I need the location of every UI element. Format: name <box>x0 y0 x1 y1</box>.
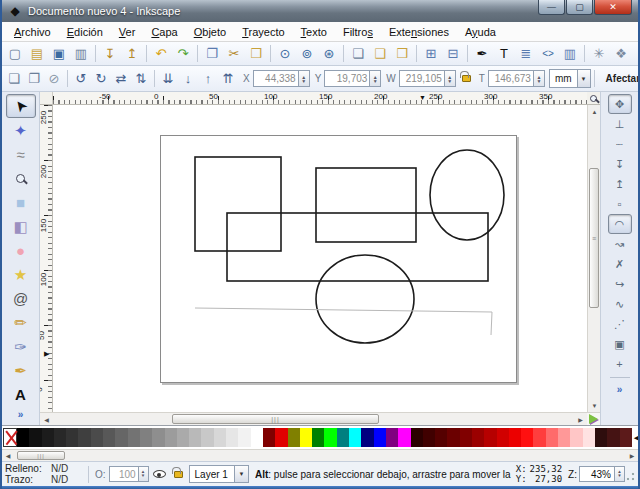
lower-one-step-button[interactable]: ↓ <box>178 69 198 89</box>
width-spinner[interactable]: ▲▼ <box>445 70 456 87</box>
square-shape[interactable] <box>195 157 281 251</box>
canvas-viewport[interactable] <box>53 105 587 412</box>
unlink-clone-button[interactable]: ❒ <box>391 44 413 64</box>
titlebar[interactable]: ◆ Documento nuevo 4 - Inkscape — ▢ ✕ <box>2 0 638 22</box>
color-swatch[interactable] <box>411 428 423 447</box>
flip-horizontal-button[interactable]: ⇄ <box>111 69 131 89</box>
scroll-down-icon[interactable]: ▼ <box>588 399 601 412</box>
menu-archivo[interactable]: Archivo <box>6 24 59 40</box>
color-swatch[interactable] <box>595 428 607 447</box>
snap-bbox-centers-button[interactable]: ▫ <box>608 194 632 214</box>
color-swatch[interactable] <box>583 428 595 447</box>
palette-scroll-thumb[interactable]: ||| <box>17 451 65 460</box>
color-swatch[interactable] <box>66 428 78 447</box>
snapbar-overflow-chevron[interactable]: » <box>617 384 623 395</box>
color-swatch[interactable] <box>263 428 275 447</box>
color-swatch[interactable] <box>447 428 459 447</box>
raise-one-step-button[interactable]: ↑ <box>198 69 218 89</box>
color-swatch[interactable] <box>78 428 90 447</box>
color-swatch[interactable] <box>226 428 238 447</box>
horizontal-scroll-track[interactable]: ||| <box>53 413 574 425</box>
color-swatch[interactable] <box>423 428 435 447</box>
color-swatch[interactable] <box>521 428 533 447</box>
create-clone-button[interactable]: ❑ <box>369 44 391 64</box>
snap-to-paths-button[interactable]: ↝ <box>608 234 632 254</box>
resize-grip[interactable] <box>625 466 635 482</box>
snap-bbox-corners-button[interactable]: ↧ <box>608 154 632 174</box>
color-swatch[interactable] <box>140 428 152 447</box>
color-swatch[interactable] <box>201 428 213 447</box>
layer-selector[interactable]: Layer 1 ▼ <box>189 465 249 483</box>
rectangle-shape-top[interactable] <box>316 168 416 242</box>
cut-button[interactable]: ✂ <box>223 44 245 64</box>
open-document-button[interactable]: ▤ <box>26 44 48 64</box>
menu-filtros[interactable]: Filtros <box>335 24 381 40</box>
color-swatch[interactable] <box>460 428 472 447</box>
x-input[interactable]: 44,338 <box>253 70 299 87</box>
color-swatch[interactable] <box>337 428 349 447</box>
layer-lock-icon[interactable] <box>174 471 183 478</box>
scroll-up-icon[interactable]: ▲ <box>588 105 601 118</box>
snap-enable-button[interactable]: ✥ <box>608 94 632 114</box>
pencil-tool-button[interactable]: ✏ <box>6 310 36 334</box>
color-swatch[interactable] <box>288 428 300 447</box>
zoom-to-drawing-button[interactable]: ⊚ <box>296 44 318 64</box>
opacity-spinner[interactable]: ▲▼ <box>139 466 149 482</box>
color-swatch[interactable] <box>312 428 324 447</box>
zoom-to-page-button[interactable]: ⊛ <box>318 44 340 64</box>
bezier-pen-tool-button[interactable]: ✑ <box>6 334 36 358</box>
menu-ver[interactable]: Ver <box>111 24 144 40</box>
vertical-scrollbar[interactable]: ▲ ≡ ▼ <box>587 105 600 412</box>
zoom-to-selection-button[interactable]: ⊙ <box>274 44 296 64</box>
zoom-tool-button[interactable] <box>6 166 36 190</box>
print-document-button[interactable]: ▥ <box>70 44 92 64</box>
snap-cusp-nodes-button[interactable]: ↪ <box>608 274 632 294</box>
x-spinner[interactable]: ▲▼ <box>299 70 310 87</box>
paste-button[interactable]: ❒ <box>245 44 267 64</box>
color-swatch[interactable] <box>152 428 164 447</box>
rectangle-shape-wide[interactable] <box>227 213 488 281</box>
snap-nodes-button[interactable]: ◠ <box>608 214 632 234</box>
color-swatch[interactable] <box>54 428 66 447</box>
snap-bbox-edges-button[interactable]: ┈ <box>608 134 632 154</box>
snap-line-midpoints-button[interactable]: ⋰ <box>608 314 632 334</box>
color-swatch[interactable] <box>570 428 582 447</box>
save-document-button[interactable]: ▣ <box>48 44 70 64</box>
height-input[interactable]: 146,673 <box>488 70 534 87</box>
color-swatch[interactable] <box>300 428 312 447</box>
scroll-right-icon[interactable]: ▶ <box>574 413 587 425</box>
ellipse-tool-button[interactable]: ● <box>6 238 36 262</box>
y-spinner[interactable]: ▲▼ <box>370 70 381 87</box>
color-swatch[interactable] <box>620 428 632 447</box>
select-all-layers-button[interactable]: ❐ <box>24 69 44 89</box>
color-swatch[interactable] <box>484 428 496 447</box>
color-swatch[interactable] <box>251 428 263 447</box>
text-dialog-button[interactable]: T <box>493 44 515 64</box>
snap-smooth-nodes-button[interactable]: ∿ <box>608 294 632 314</box>
color-swatch[interactable] <box>533 428 545 447</box>
node-tool-button[interactable]: ✦ <box>6 118 36 142</box>
lower-to-bottom-button[interactable]: ⇊ <box>158 69 178 89</box>
y-input[interactable]: 19,703 <box>324 70 370 87</box>
palette-left-arrow-icon[interactable]: ◀ <box>632 434 640 442</box>
menu-ayuda[interactable]: Ayuda <box>457 24 504 40</box>
minimize-button[interactable]: — <box>538 0 565 15</box>
unit-select[interactable]: mm ▼ <box>549 69 591 88</box>
copy-button[interactable]: ❐ <box>201 44 223 64</box>
layers-dialog-button[interactable]: ≣ <box>515 44 537 64</box>
palette-scroll-left-icon[interactable]: ◀ <box>2 452 14 459</box>
xml-editor-button[interactable]: <> <box>537 44 559 64</box>
box3d-tool-button[interactable]: ◧ <box>6 214 36 238</box>
snap-object-centers-button[interactable]: ▣ <box>608 334 632 354</box>
layer-visibility-eye-icon[interactable] <box>153 470 166 478</box>
color-swatch[interactable] <box>42 428 54 447</box>
deselect-button[interactable]: ⊘ <box>44 69 64 89</box>
zoom-input[interactable]: 43% <box>579 466 615 482</box>
scroll-left-icon[interactable]: ◀ <box>40 413 53 425</box>
star-tool-button[interactable]: ★ <box>6 262 36 286</box>
new-document-button[interactable]: ▢ <box>4 44 26 64</box>
document-properties-button[interactable]: ❖ <box>610 44 632 64</box>
raise-to-top-button[interactable]: ⇈ <box>218 69 238 89</box>
toolbox-overflow-chevron[interactable]: » <box>18 409 24 420</box>
tweak-tool-button[interactable]: ≈ <box>6 142 36 166</box>
